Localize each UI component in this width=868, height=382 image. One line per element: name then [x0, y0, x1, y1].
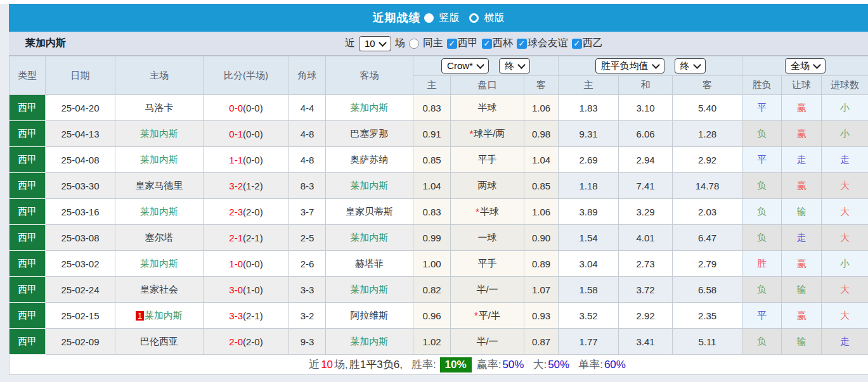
cell-avg-home: 1.18 [559, 173, 619, 199]
cell-avg-home: 1.77 [559, 329, 619, 355]
league-filter-copa[interactable]: ✓西杯 [482, 37, 513, 50]
cell-handicap: *半球 [451, 199, 524, 225]
cell-result-outcome: 负 [742, 329, 782, 355]
cell-league-type: 西甲 [10, 329, 46, 355]
cell-avg-away: 2.92 [673, 147, 742, 173]
col-header-away: 客场 [326, 56, 413, 95]
table-row: 西甲25-04-08莱加内斯1-1(0-0)4-8奥萨苏纳0.85平手1.042… [10, 147, 868, 173]
cell-home-team[interactable]: 皇家马德里 [115, 173, 204, 199]
cell-home-team[interactable]: 莱加内斯 [115, 251, 204, 277]
cell-avg-draw: 2.94 [619, 147, 673, 173]
cell-away-team[interactable]: 莱加内斯 [326, 329, 413, 355]
team-name: 莱加内斯 [25, 37, 66, 50]
cell-avg-home: 1.54 [559, 225, 619, 251]
radio-vertical-label[interactable]: 竖版 [439, 11, 460, 25]
league-filter-laliga[interactable]: ✓西甲 [447, 37, 478, 50]
radio-horizontal-icon[interactable] [469, 13, 479, 23]
win-rate-badge: 10% [440, 357, 472, 372]
cell-avg-draw: 3.10 [619, 95, 673, 121]
cell-corner: 4-8 [289, 121, 326, 147]
cell-result-goals: 大 [822, 199, 868, 225]
cell-league-type: 西甲 [10, 147, 46, 173]
cell-result-outcome: 平 [742, 95, 782, 121]
cell-away-team[interactable]: 奥萨苏纳 [326, 147, 413, 173]
avg-group-header: 胜平负均值 终 [559, 56, 742, 76]
cell-date: 25-03-16 [46, 199, 115, 225]
checkbox-checked-icon[interactable]: ✓ [447, 39, 457, 49]
cell-home-team[interactable]: 莱加内斯 [115, 147, 204, 173]
results-tbody: 西甲25-04-20马洛卡0-0(0-0)4-4莱加内斯0.83半球1.061.… [10, 95, 868, 355]
avg-odds-select[interactable]: 胜平负均值 [595, 58, 664, 73]
cell-away-team[interactable]: 皇家贝蒂斯 [326, 199, 413, 225]
same-home-checkbox[interactable] [409, 39, 419, 49]
cell-away-team[interactable]: 莱加内斯 [326, 277, 413, 303]
cell-corner: 2-5 [289, 225, 326, 251]
cell-away-team[interactable]: 赫塔菲 [326, 251, 413, 277]
cell-home-team[interactable]: 巴伦西亚 [115, 329, 204, 355]
cell-home-odds: 1.04 [413, 173, 451, 199]
cell-avg-draw: 2.92 [619, 303, 673, 329]
cell-away-odds: 1.07 [524, 277, 559, 303]
cell-result-handicap: 赢 [782, 121, 822, 147]
cell-league-type: 西甲 [10, 173, 46, 199]
cell-away-team[interactable]: 巴塞罗那 [326, 121, 413, 147]
cell-home-team[interactable]: 皇家社会 [115, 277, 204, 303]
cell-home-odds: 0.96 [413, 303, 451, 329]
cell-score: 2-3(2-0) [204, 199, 289, 225]
cell-league-type: 西甲 [10, 225, 46, 251]
cell-avg-away: 2.79 [673, 251, 742, 277]
cell-result-goals: 走 [822, 147, 868, 173]
cell-home-team[interactable]: 1莱加内斯 [115, 303, 204, 329]
cell-handicap: 半/一 [451, 329, 524, 355]
cell-result-goals: 大 [822, 173, 868, 199]
cell-away-odds: 0.90 [524, 225, 559, 251]
league-filter-segunda[interactable]: ✓西乙 [572, 37, 603, 50]
col-header-avg-away: 客 [673, 76, 742, 95]
cell-result-handicap: 赢 [782, 95, 822, 121]
avg-time-select[interactable]: 终 [675, 58, 706, 73]
league-filter-friendly[interactable]: ✓球会友谊 [517, 37, 568, 50]
filter-bar: 莱加内斯 近 10 场 同主 ✓西甲 ✓西杯 ✓球会友谊 ✓西乙 [9, 32, 868, 56]
radio-vertical-selected-icon[interactable] [424, 13, 434, 23]
summary-row: 近10场,胜1平3负6,胜率:10%赢率:50%大:50%单率:60% [10, 355, 868, 375]
checkbox-checked-icon[interactable]: ✓ [482, 39, 492, 49]
match-count-select[interactable]: 10 [359, 36, 391, 51]
fulltime-select[interactable]: 全场 [785, 58, 826, 73]
radio-horizontal-label[interactable]: 横版 [484, 11, 505, 25]
cell-away-team[interactable]: 莱加内斯 [326, 173, 413, 199]
cell-avg-away: 14.78 [673, 173, 742, 199]
table-row: 西甲25-03-02莱加内斯1-0(0-0)2-6赫塔菲1.00平手0.893.… [10, 251, 868, 277]
cell-date: 25-04-08 [46, 147, 115, 173]
cell-result-handicap: 输 [782, 199, 822, 225]
cell-result-goals: 大 [822, 277, 868, 303]
cell-home-team[interactable]: 莱加内斯 [115, 121, 204, 147]
cell-league-type: 西甲 [10, 277, 46, 303]
bookmaker-select[interactable]: Crow* [441, 58, 489, 73]
odds-time-select[interactable]: 终 [499, 58, 530, 73]
table-row: 西甲25-02-24皇家社会3-0(1-0)3-3莱加内斯0.82半/一1.07… [10, 277, 868, 303]
cell-result-goals: 大 [822, 225, 868, 251]
cell-corner: 2-6 [289, 251, 326, 277]
cell-result-handicap: 赢 [782, 303, 822, 329]
cell-away-team[interactable]: 莱加内斯 [326, 95, 413, 121]
col-header-home: 主场 [115, 56, 204, 95]
cell-away-team[interactable]: 莱加内斯 [326, 225, 413, 251]
cell-result-outcome: 平 [742, 303, 782, 329]
cell-handicap: 平手 [451, 251, 524, 277]
cell-handicap: 平手 [451, 147, 524, 173]
same-home-label: 同主 [423, 37, 443, 50]
checkbox-checked-icon[interactable]: ✓ [572, 39, 582, 49]
checkbox-checked-icon[interactable]: ✓ [517, 39, 527, 49]
cell-home-team[interactable]: 莱加内斯 [115, 199, 204, 225]
cell-date: 25-02-09 [46, 329, 115, 355]
cell-result-outcome: 负 [742, 225, 782, 251]
cell-handicap: 两球 [451, 173, 524, 199]
cell-home-team[interactable]: 马洛卡 [115, 95, 204, 121]
cell-date: 25-04-20 [46, 95, 115, 121]
cell-away-team[interactable]: 阿拉维斯 [326, 303, 413, 329]
cell-home-team[interactable]: 塞尔塔 [115, 225, 204, 251]
cell-league-type: 西甲 [10, 303, 46, 329]
cell-home-odds: 1.02 [413, 329, 451, 355]
cell-result-goals: 小 [822, 95, 868, 121]
results-table: 类型 日期 主场 比分(半场) 角球 客场 Crow* 终 胜平负均值 终 [9, 56, 868, 375]
